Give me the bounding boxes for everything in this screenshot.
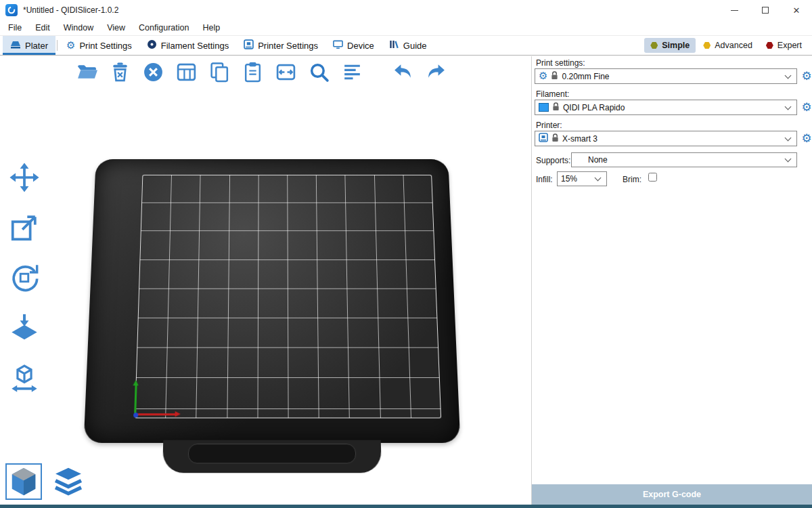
x-axis-indicator — [134, 413, 176, 415]
window-title: *Untitled - QIDISlicer-1.0.2 — [23, 5, 118, 15]
printer-value: X-smart 3 — [562, 134, 597, 144]
tabbar: Plater ⚙ Print Settings Filament Setting… — [0, 35, 812, 56]
print-settings-combo[interactable]: ⚙ 0.20mm Fine — [535, 68, 797, 84]
supports-value: None — [588, 155, 608, 165]
print-settings-value: 0.20mm Fine — [562, 72, 609, 81]
lock-icon — [551, 71, 558, 82]
infill-combo[interactable]: 15% — [557, 171, 607, 186]
plater-icon — [10, 40, 21, 51]
menu-help[interactable]: Help — [196, 22, 227, 34]
supports-label: Supports: — [536, 156, 570, 165]
search-button[interactable] — [305, 58, 332, 85]
copy-button[interactable] — [206, 58, 233, 85]
menu-configuration[interactable]: Configuration — [132, 22, 196, 34]
mode-switcher: Simple Advanced Expert — [644, 36, 812, 55]
tab-plater[interactable]: Plater — [3, 36, 55, 55]
supports-combo[interactable]: None — [571, 152, 797, 167]
filament-icon — [147, 39, 157, 51]
filament-combo[interactable]: QIDI PLA Rapido — [535, 100, 797, 115]
mode-advanced[interactable]: Advanced — [697, 38, 759, 53]
infill-label: Infill: — [536, 175, 553, 184]
tab-separator — [57, 40, 58, 51]
view-toolbar — [5, 463, 87, 500]
chevron-down-icon — [785, 156, 792, 163]
device-icon — [333, 39, 343, 51]
tab-filament-settings[interactable]: Filament Settings — [139, 36, 236, 55]
open-button[interactable] — [73, 58, 100, 85]
printer-gear-button[interactable]: ⚙ — [800, 132, 812, 144]
app-logo-icon — [5, 4, 18, 16]
mirror-tool-button[interactable] — [6, 360, 43, 396]
preview-layers-view-button[interactable] — [50, 463, 87, 500]
guide-icon — [389, 39, 399, 51]
print-bed[interactable] — [83, 159, 462, 475]
simple-mode-icon — [650, 42, 658, 49]
printer-icon — [539, 133, 548, 144]
redo-button[interactable] — [422, 58, 449, 85]
settings-sidebar: Print settings: ⚙ 0.20mm Fine ⚙ Filament… — [531, 56, 812, 508]
tab-device[interactable]: Device — [325, 36, 382, 55]
filament-label: Filament: — [536, 89, 569, 99]
printer-icon — [244, 39, 254, 51]
move-tool-button[interactable] — [6, 159, 43, 196]
tab-printer-settings[interactable]: Printer Settings — [236, 36, 325, 55]
close-button[interactable]: ✕ — [781, 0, 812, 20]
lock-icon — [551, 133, 559, 144]
print-settings-gear-button[interactable]: ⚙ — [800, 70, 812, 82]
tab-print-settings[interactable]: ⚙ Print Settings — [59, 36, 139, 55]
minimize-button[interactable] — [719, 0, 750, 20]
gizmo-toolbar — [6, 159, 43, 396]
paste-button[interactable] — [239, 58, 266, 85]
menu-file[interactable]: File — [1, 22, 28, 34]
chevron-down-icon — [595, 175, 602, 182]
menubar: File Edit Window View Configuration Help — [0, 20, 812, 35]
menu-window[interactable]: Window — [57, 22, 100, 34]
advanced-mode-icon — [703, 42, 710, 49]
z-axis-indicator — [133, 412, 138, 417]
place-on-face-tool-button[interactable] — [6, 310, 43, 346]
printer-combo[interactable]: X-smart 3 — [535, 131, 797, 146]
print-settings-label: Print settings: — [536, 58, 585, 68]
delete-all-button[interactable] — [139, 58, 166, 85]
delete-button[interactable] — [106, 58, 133, 85]
brim-checkbox[interactable] — [648, 173, 657, 182]
mode-simple[interactable]: Simple — [644, 38, 696, 53]
maximize-button[interactable] — [750, 0, 781, 20]
tab-guide[interactable]: Guide — [382, 36, 434, 55]
chevron-down-icon — [785, 72, 792, 79]
infill-value: 15% — [561, 174, 577, 184]
gear-icon: ⚙ — [539, 71, 547, 81]
y-axis-indicator — [134, 385, 137, 415]
3d-viewport[interactable] — [0, 56, 531, 508]
bed-handle — [162, 440, 382, 473]
status-strip — [0, 505, 812, 508]
rotate-tool-button[interactable] — [6, 259, 43, 296]
chevron-down-icon — [785, 103, 792, 110]
scale-tool-button[interactable] — [6, 209, 43, 246]
undo-button[interactable] — [389, 58, 416, 85]
printer-label: Printer: — [536, 121, 562, 130]
export-gcode-button[interactable]: Export G-code — [532, 484, 812, 505]
titlebar: *Untitled - QIDISlicer-1.0.2 ✕ — [0, 0, 812, 20]
brim-label: Brim: — [623, 175, 641, 184]
app-window: *Untitled - QIDISlicer-1.0.2 ✕ File Edit… — [0, 0, 812, 508]
filament-color-swatch — [539, 103, 549, 112]
mode-expert[interactable]: Expert — [760, 38, 808, 53]
lock-icon — [552, 102, 560, 113]
plater-toolbar — [73, 58, 449, 85]
chevron-down-icon — [785, 134, 792, 141]
expert-mode-icon — [766, 42, 773, 49]
bed-grid-surface — [135, 175, 441, 419]
filament-value: QIDI PLA Rapido — [563, 103, 625, 112]
split-objects-button[interactable] — [272, 58, 299, 85]
menu-view[interactable]: View — [100, 22, 132, 34]
menu-edit[interactable]: Edit — [28, 22, 57, 34]
3d-editor-view-button[interactable] — [5, 463, 42, 500]
arrange-button[interactable] — [173, 58, 200, 85]
filament-gear-button[interactable]: ⚙ — [800, 101, 812, 113]
gear-icon: ⚙ — [66, 41, 75, 51]
layer-list-button[interactable] — [338, 58, 365, 85]
